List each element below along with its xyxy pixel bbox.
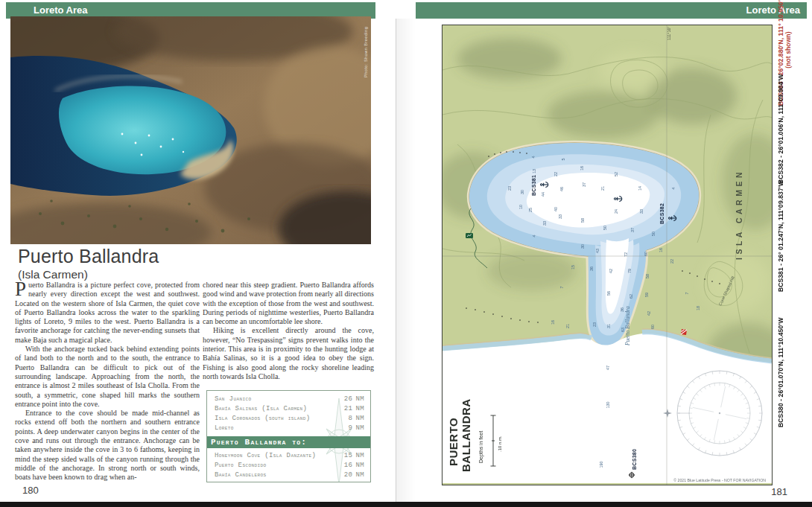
distance-row: Loreto9NM <box>207 424 370 434</box>
svg-text:4: 4 <box>531 156 536 158</box>
svg-text:14: 14 <box>638 186 642 191</box>
svg-text:56: 56 <box>606 291 611 296</box>
waypoint-coordinates-bcs380: BCS380 - 26°01.070'N, 111°10.450'W <box>777 317 784 427</box>
svg-text:22: 22 <box>554 172 558 176</box>
svg-text:46: 46 <box>559 187 564 191</box>
page-subtitle: (Isla Carmen) <box>18 268 88 281</box>
svg-text:13: 13 <box>532 169 536 173</box>
svg-text:43: 43 <box>595 249 600 253</box>
svg-text:58: 58 <box>645 274 650 278</box>
distance-rows-above: San Juanico26NMBahía Salinas (Isla Carme… <box>207 391 370 434</box>
chart-label: BALLANDRA <box>460 398 472 472</box>
dropcap: P <box>15 281 28 298</box>
svg-text:7: 7 <box>685 292 689 294</box>
svg-text:33: 33 <box>558 214 562 219</box>
book-spread: Loreto Area Loreto Area <box>0 0 812 507</box>
svg-text:58: 58 <box>580 218 585 223</box>
svg-text:42: 42 <box>647 311 651 316</box>
svg-text:190: 190 <box>599 461 603 468</box>
svg-text:31: 31 <box>606 324 611 328</box>
chart-label: BCS382 <box>659 203 664 224</box>
svg-text:16: 16 <box>580 166 584 170</box>
gutter-shadow <box>396 19 416 503</box>
svg-text:4: 4 <box>532 235 536 237</box>
book-bottom-edge <box>0 502 812 507</box>
trail-marker-icon <box>466 233 473 238</box>
paragraph: With the anchorage tucked back behind ex… <box>15 345 200 409</box>
page-number-right: 181 <box>771 486 787 497</box>
svg-text:50: 50 <box>651 232 656 236</box>
svg-text:5: 5 <box>561 158 565 160</box>
distance-row: Honeymoon Cove (Isla Danzante)15NM <box>207 452 370 462</box>
right-header-bar: Loreto Area <box>416 2 807 19</box>
svg-text:16: 16 <box>659 248 663 252</box>
waypoint-coordinates-bcs382: BCS382 - 26°01.006'N, 111°09.904'W <box>777 74 784 184</box>
svg-text:21: 21 <box>565 324 570 328</box>
chart-label: © 2021 Blue Latitude Press - NOT FOR NAV… <box>673 478 766 482</box>
svg-text:42: 42 <box>609 269 613 273</box>
svg-text:52: 52 <box>614 172 618 176</box>
svg-text:23: 23 <box>507 186 512 191</box>
svg-text:60: 60 <box>644 252 648 256</box>
right-header-label: Loreto Area <box>746 4 800 16</box>
distance-row: Puerto Escondido16NM <box>207 462 370 471</box>
svg-text:4: 4 <box>671 187 676 189</box>
waypoint-coordinates-bcs381: BCS381 - 26° 01.247'N, 111°09.837'W <box>777 180 784 292</box>
svg-text:33: 33 <box>542 221 547 226</box>
photo-credit: Photo: Shawn Breeding <box>364 27 368 77</box>
svg-text:23: 23 <box>592 322 597 327</box>
svg-text:37: 37 <box>630 228 635 232</box>
paragraph: Puerto Ballandra is a picture perfect co… <box>15 281 200 345</box>
nautical-chart: 4516233013224446372152144102540332433335… <box>442 25 773 485</box>
distance-row: Isla Coronados (south island)8NM <box>207 415 370 424</box>
distance-table-header: Puerto Ballandra to: <box>207 436 370 448</box>
article-column-left: Puerto Ballandra is a picture perfect co… <box>15 281 200 482</box>
svg-text:30: 30 <box>580 244 585 249</box>
chart-label: Puerto Ballandra <box>624 306 631 346</box>
distance-table: San Juanico26NMBahía Salinas (Isla Carme… <box>206 390 371 482</box>
chart-label: Depths in feet <box>478 431 484 463</box>
svg-text:22: 22 <box>670 259 674 264</box>
svg-text:7: 7 <box>559 286 564 288</box>
svg-text:33: 33 <box>639 209 644 214</box>
svg-text:37: 37 <box>582 182 586 187</box>
svg-text:10: 10 <box>518 205 523 209</box>
svg-text:79: 79 <box>627 269 632 273</box>
article-column-right: chored near this steep gradient. Puerto … <box>203 281 374 381</box>
paragraph: Entrance to the cove should be made mid-… <box>15 409 200 482</box>
svg-text:40: 40 <box>554 207 558 211</box>
svg-text:130: 130 <box>606 401 610 408</box>
paragraph: Hiking is excellent directly around the … <box>203 326 374 381</box>
svg-text:47: 47 <box>606 366 610 370</box>
svg-text:30: 30 <box>520 190 524 194</box>
svg-text:16: 16 <box>551 320 555 325</box>
chart-label: .10 n.m. <box>498 436 502 452</box>
distance-row: Bahía Candeleros20NM <box>207 471 370 481</box>
svg-text:25: 25 <box>528 208 533 212</box>
svg-text:50: 50 <box>603 226 607 230</box>
svg-text:44: 44 <box>541 192 545 197</box>
chart-label: PUERTO <box>447 418 460 466</box>
svg-text:72: 72 <box>624 252 628 257</box>
left-header-label: Loreto Area <box>34 4 87 16</box>
chart-label: 111°10' <box>667 27 671 40</box>
distance-rows-below: Honeymoon Cove (Isla Danzante)15NMPuerto… <box>207 451 370 481</box>
svg-text:36: 36 <box>589 267 594 271</box>
chart-label: ISLA CARMEN <box>735 169 743 260</box>
aerial-photo <box>10 16 371 244</box>
paragraph: chored near this steep gradient. Puerto … <box>203 281 374 326</box>
page-title: Puerto Ballandra <box>18 246 159 267</box>
chart-label: BCS380 <box>632 449 637 470</box>
svg-text:62: 62 <box>629 294 633 299</box>
danger-rock-icon <box>681 329 687 335</box>
svg-text:59: 59 <box>644 293 649 297</box>
svg-text:21: 21 <box>600 186 605 191</box>
svg-text:60: 60 <box>650 325 655 329</box>
distance-row: Bahía Salinas (Isla Carmen)21NM <box>207 405 370 415</box>
distance-row: San Juanico26NM <box>207 395 370 405</box>
svg-text:24: 24 <box>614 209 618 214</box>
svg-text:15: 15 <box>571 265 575 270</box>
page-number-left: 180 <box>22 485 39 496</box>
svg-text:18: 18 <box>696 306 700 310</box>
chart-label: BCS381 <box>531 175 536 196</box>
